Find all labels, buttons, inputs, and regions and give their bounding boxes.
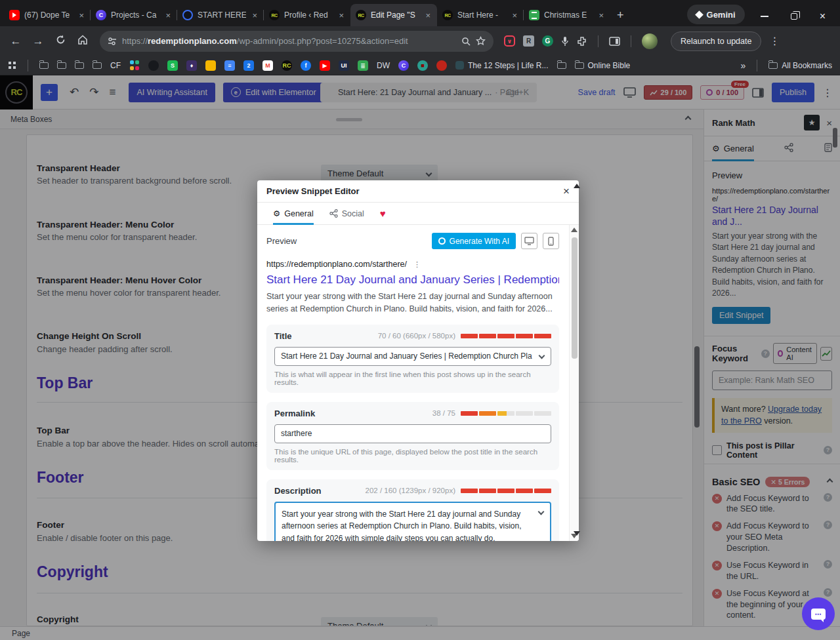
close-modal-icon[interactable]: ×	[563, 185, 570, 198]
ui-icon[interactable]: UI	[339, 60, 349, 71]
bookmark-folder-icon[interactable]	[57, 62, 66, 69]
bookmark-folder-icon[interactable]	[93, 62, 102, 69]
calendar-icon[interactable]: 2	[243, 60, 254, 71]
tab-title: Profile ‹ Red	[284, 10, 333, 20]
tab-close-icon[interactable]: ×	[164, 10, 172, 20]
bookmarks-overflow-icon[interactable]: »	[741, 60, 746, 71]
back-button[interactable]: ←	[7, 35, 25, 48]
site-settings-icon[interactable]	[108, 37, 117, 45]
field-input-wrap	[274, 424, 551, 443]
bookmark-folder-icon[interactable]	[75, 62, 84, 69]
preview-row: Preview Generate With AI	[266, 233, 559, 249]
bookmark-folder-icon[interactable]	[557, 62, 566, 69]
keep-icon[interactable]	[205, 60, 216, 71]
scrollbar-thumb[interactable]	[572, 237, 578, 359]
seo-title-input[interactable]	[274, 347, 551, 366]
tab-close-icon[interactable]: ×	[251, 10, 259, 20]
generate-with-ai-button[interactable]: Generate With AI	[432, 233, 516, 249]
minimize-button[interactable]	[761, 16, 768, 17]
chrome-menu-icon[interactable]: ⋮	[769, 35, 780, 47]
tab-close-icon[interactable]: ×	[511, 10, 518, 20]
window-controls: ×	[761, 13, 826, 20]
mic-icon[interactable]	[561, 36, 569, 47]
browser-tab[interactable]: CProjects - Ca×	[91, 4, 177, 26]
gmail-icon[interactable]: M	[262, 60, 273, 71]
meta-description-textarea[interactable]: Start your year strong with the Start He…	[274, 502, 551, 542]
r-extension-icon[interactable]: R	[523, 35, 534, 47]
red-app-icon[interactable]	[436, 60, 447, 71]
chat-widget-button[interactable]: ⋯	[802, 597, 835, 630]
page-scroll-up-icon[interactable]	[574, 184, 580, 188]
browser-chrome: (67) Dope Te× CProjects - Ca× START HERE…	[0, 0, 840, 75]
bookmark-online-bible[interactable]: Online Bible	[575, 61, 631, 70]
pocket-icon[interactable]: ∨	[504, 35, 515, 47]
tab-close-icon[interactable]: ×	[77, 10, 85, 20]
slack-icon[interactable]	[129, 60, 140, 71]
tab-close-icon[interactable]: ×	[337, 10, 345, 20]
modal-scrollbar[interactable]	[569, 225, 579, 541]
mobile-preview-button[interactable]	[543, 233, 559, 249]
browser-tab[interactable]: RCStart Here -×	[437, 4, 524, 26]
facebook-icon[interactable]: f	[301, 60, 311, 71]
sidebar-scrollbar-thumb[interactable]	[833, 128, 837, 148]
bookmark-cf[interactable]: CF	[110, 61, 121, 70]
content-scrollbar-thumb[interactable]	[694, 346, 700, 428]
apps-grid-icon[interactable]	[8, 61, 16, 70]
browser-tab[interactable]: START HERE×	[177, 4, 264, 26]
scroll-up-icon[interactable]	[571, 228, 578, 232]
youtube-icon[interactable]: ▶	[320, 60, 330, 71]
docs-icon[interactable]: ≡	[224, 60, 235, 71]
desktop-preview-button[interactable]	[521, 233, 537, 249]
browser-tab[interactable]: RCProfile ‹ Red×	[264, 4, 350, 26]
home-button[interactable]	[74, 35, 92, 48]
purple-app-icon[interactable]: ♦	[186, 60, 197, 71]
relaunch-button[interactable]: Relaunch to update	[671, 31, 761, 51]
green-list-icon[interactable]: ≣	[358, 60, 368, 71]
search-icon[interactable]	[461, 37, 471, 46]
tab-social[interactable]: Social	[329, 203, 364, 225]
teal-lock-icon[interactable]: ■	[417, 60, 428, 71]
chat-bubble-icon: ⋯	[811, 609, 826, 620]
serp-title-link[interactable]: Start Here 21 Day Journal and January Se…	[266, 273, 559, 287]
browser-tab[interactable]: Christmas E×	[524, 4, 610, 26]
restore-button[interactable]	[791, 13, 797, 20]
side-panel-icon[interactable]	[609, 37, 620, 46]
tab-general[interactable]: ⚙General	[273, 203, 314, 225]
all-bookmarks[interactable]: All Bookmarks	[768, 61, 832, 70]
gemini-button[interactable]: Gemini	[687, 5, 745, 24]
divider	[598, 35, 598, 47]
modal-tabs: ⚙General Social ♥	[257, 203, 579, 225]
tab-close-icon[interactable]: ×	[597, 10, 605, 20]
bookmark-star-icon[interactable]	[476, 36, 486, 46]
permalink-input[interactable]	[274, 424, 551, 443]
c-icon[interactable]: C	[398, 60, 409, 71]
bookmark-folder-icon[interactable]	[39, 62, 49, 69]
share-icon	[329, 209, 338, 218]
gemini-star-icon	[695, 10, 704, 19]
tab-close-icon[interactable]: ×	[424, 10, 432, 20]
profile-avatar[interactable]	[642, 33, 658, 49]
bookmark-dw[interactable]: DW	[377, 61, 390, 70]
browser-tab[interactable]: (67) Dope Te×	[4, 4, 91, 26]
browser-tab-active[interactable]: RCEdit Page "S×	[350, 4, 437, 26]
field-input-wrap	[274, 347, 551, 366]
reload-button[interactable]	[51, 35, 70, 48]
new-tab-button[interactable]: +	[617, 9, 624, 22]
modal-header: Preview Snippet Editor ×	[257, 180, 579, 203]
forward-button[interactable]: →	[29, 35, 47, 48]
gloo-icon[interactable]	[148, 60, 159, 71]
serp-url: https://redemptionplano.com/starthere/	[266, 260, 407, 269]
field-header: Description 202 / 160 (1239px / 920px)	[274, 486, 551, 496]
field-label: Title	[274, 331, 292, 341]
grammarly-icon[interactable]: G	[542, 35, 553, 47]
page-scroll-down-icon[interactable]	[574, 531, 580, 536]
extensions-puzzle-icon[interactable]	[577, 36, 587, 47]
bookmark-folder-icon	[768, 62, 778, 69]
close-window-button[interactable]: ×	[820, 13, 826, 20]
heart-icon[interactable]: ♥	[380, 208, 386, 219]
url-bar[interactable]: https://redemptionplano.com/wp-admin/pos…	[100, 31, 494, 52]
url-text[interactable]: https://redemptionplano.com/wp-admin/pos…	[122, 36, 456, 46]
bookmark-12-steps[interactable]: The 12 Steps | Life R...	[455, 61, 549, 70]
rc-icon[interactable]: RC	[282, 60, 292, 71]
green-s-icon[interactable]: S	[167, 60, 178, 71]
